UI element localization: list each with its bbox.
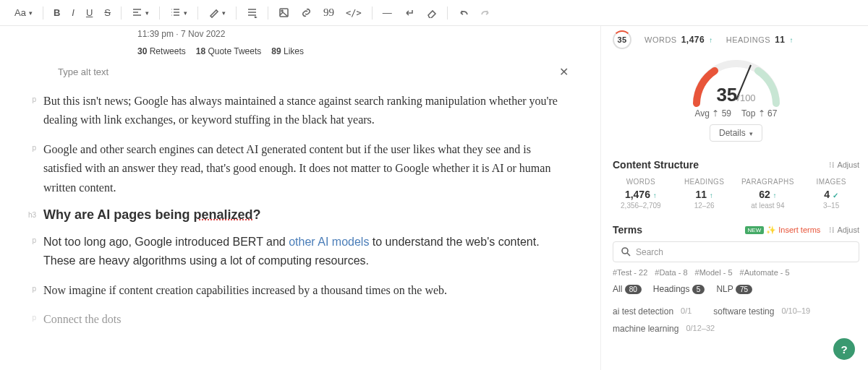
term-item[interactable]: ai test detection0/1: [613, 303, 692, 320]
editor-toolbar: Aa▾ B I U S ▾ ▾ ▾ 99 </> —: [0, 0, 868, 26]
return-button[interactable]: [399, 4, 419, 21]
tweet-timestamp: 11:39 pm · 7 Nov 2022: [137, 29, 571, 39]
block-tag: p: [22, 281, 43, 293]
italic-button[interactable]: I: [67, 4, 79, 21]
content-structure-grid: WORDS1,476 ↑2,356–2,709HEADINGS11 ↑12–26…: [613, 178, 859, 210]
insert-terms-button[interactable]: NEW✨ Insert terms: [742, 225, 821, 235]
align-dropdown[interactable]: ▾: [127, 4, 153, 21]
top-score: Top ⇡ 67: [741, 108, 777, 119]
eraser-icon: [426, 7, 437, 18]
close-icon[interactable]: ✕: [556, 62, 571, 82]
underline-button[interactable]: U: [82, 4, 97, 21]
alt-text-input[interactable]: Type alt text: [58, 66, 109, 77]
block-tag: p: [22, 92, 43, 103]
filter-tab[interactable]: NLP 75: [716, 284, 752, 294]
list-icon: [170, 7, 181, 18]
editor-pane[interactable]: 11:39 pm · 7 Nov 2022 30 Retweets 18 Quo…: [0, 26, 600, 370]
terms-search-input[interactable]: Search: [613, 241, 859, 262]
code-button[interactable]: </>: [341, 5, 366, 21]
terms-tags: #Test - 22#Data - 8#Model - 5#Automate -…: [613, 268, 859, 277]
top-stats-row: 35 WORDS1,476↑ HEADINGS11↑: [613, 26, 859, 53]
content-structure-title: Content Structure: [613, 159, 699, 171]
term-tag[interactable]: #Test - 22: [613, 268, 647, 277]
brush-icon: [208, 7, 219, 18]
avg-score: Avg ⇡ 59: [695, 108, 731, 119]
help-button[interactable]: ?: [833, 338, 855, 360]
list-dropdown[interactable]: ▾: [166, 4, 192, 21]
filter-tab[interactable]: Headings 5: [653, 284, 705, 294]
link-icon: [301, 7, 312, 18]
block-tag: h3: [22, 207, 43, 219]
cs-col: WORDS1,476 ↑2,356–2,709: [613, 178, 669, 210]
undo-button[interactable]: [454, 4, 473, 21]
paragraph[interactable]: But this isn't news; Google has always m…: [43, 92, 571, 130]
search-icon: [621, 246, 631, 257]
cs-col: PARAGRAPHS62 ↑at least 94: [740, 178, 796, 210]
image-button[interactable]: [274, 4, 294, 21]
quote-button[interactable]: 99: [319, 4, 339, 22]
score-gauge: 35/100 Avg ⇡ 59Top ⇡ 67 Details ▾: [613, 53, 859, 147]
block-tag: p: [22, 310, 43, 322]
terms-list: ai test detection0/1software testing0/10…: [613, 303, 859, 337]
term-tag[interactable]: #Model - 5: [695, 268, 733, 277]
return-icon: [404, 7, 414, 18]
undo-icon: [458, 7, 469, 18]
adjust-button[interactable]: ⁝⁞ Adjust: [829, 225, 859, 235]
redo-icon: [480, 7, 491, 18]
brush-dropdown[interactable]: ▾: [204, 4, 230, 21]
adjust-button[interactable]: ⁝⁞ Adjust: [829, 160, 859, 170]
paragraph[interactable]: Connect the dots: [43, 310, 122, 329]
heading-3[interactable]: Why are AI pages being penalized?: [43, 207, 260, 223]
strike-button[interactable]: S: [100, 4, 115, 21]
link-button[interactable]: [297, 4, 316, 21]
terms-filters: All 80Headings 5NLP 75: [613, 284, 859, 294]
cs-col: HEADINGS11 ↑12–26: [676, 178, 733, 210]
block-tag: p: [22, 140, 43, 152]
tweet-stats: 30 Retweets 18 Quote Tweets 89 Likes: [137, 46, 571, 56]
term-tag[interactable]: #Automate - 5: [740, 268, 790, 277]
cs-col: IMAGES4 ✓3–15: [803, 178, 859, 210]
details-button[interactable]: Details ▾: [710, 124, 762, 142]
inline-link[interactable]: other AI models: [289, 236, 369, 248]
image-icon: [278, 7, 289, 18]
term-item[interactable]: machine learning0/12–32: [613, 320, 715, 337]
terms-title: Terms: [613, 224, 642, 236]
block-tag: p: [22, 233, 43, 244]
svg-point-1: [281, 10, 283, 12]
indent-button[interactable]: [242, 4, 262, 21]
align-icon: [132, 7, 142, 18]
seo-sidebar: 35 WORDS1,476↑ HEADINGS11↑ 35/100 Avg ⇡ …: [600, 26, 868, 370]
redo-button[interactable]: [476, 4, 495, 21]
hr-button[interactable]: —: [378, 4, 396, 21]
term-item[interactable]: software testing0/10–19: [713, 303, 810, 320]
paragraph[interactable]: Now imagine if content creation capabili…: [43, 281, 447, 300]
eraser-button[interactable]: [422, 4, 441, 21]
term-tag[interactable]: #Data - 8: [655, 268, 687, 277]
indent-icon: [247, 7, 258, 18]
bold-button[interactable]: B: [49, 4, 64, 21]
filter-tab[interactable]: All 80: [613, 284, 642, 294]
svg-point-3: [622, 248, 628, 254]
score-badge[interactable]: 35: [613, 30, 631, 49]
paragraph[interactable]: Google and other search engines can dete…: [43, 140, 571, 197]
font-dropdown[interactable]: Aa▾: [10, 4, 37, 21]
tweet-embed: 11:39 pm · 7 Nov 2022 30 Retweets 18 Quo…: [137, 29, 571, 56]
paragraph[interactable]: Not too long ago, Google introduced BERT…: [43, 233, 571, 271]
